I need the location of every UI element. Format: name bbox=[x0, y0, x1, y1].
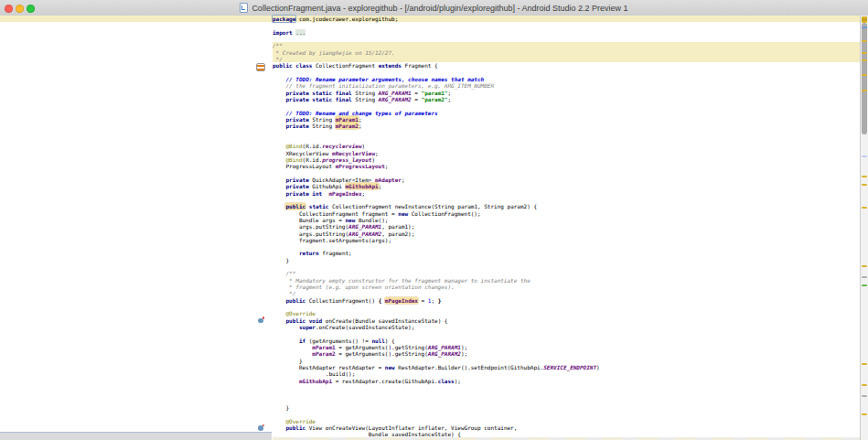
code-line-60[interactable] bbox=[0, 411, 861, 417]
stripe-mark-paleblue[interactable] bbox=[862, 156, 868, 157]
code-line-39[interactable]: /** bbox=[0, 270, 861, 276]
code-line-34[interactable]: fragment.setArguments(args); bbox=[0, 237, 861, 243]
code-line-27[interactable]: private int mPageIndex; bbox=[0, 190, 861, 197]
stripe-mark-yellow[interactable] bbox=[862, 265, 868, 267]
code-line-11[interactable]: // the fragment initialization parameter… bbox=[0, 82, 861, 89]
code-line-49[interactable]: if (getArguments() != null) { bbox=[0, 338, 861, 344]
code-line-9[interactable] bbox=[0, 70, 861, 76]
code-segment: ; bbox=[402, 177, 405, 183]
stripe-mark-yellow[interactable] bbox=[862, 207, 868, 209]
code-segment: @Override bbox=[285, 418, 316, 424]
code-line-53[interactable]: RestAdapter restAdapter = new RestAdapte… bbox=[0, 364, 861, 370]
code-line-14[interactable] bbox=[0, 102, 861, 109]
code-line-8[interactable]: public class CollectionFragment extends … bbox=[0, 62, 861, 69]
code-line-50[interactable]: mParam1 = getArguments().getString(ARG_P… bbox=[0, 344, 861, 350]
code-text: return fragment; bbox=[0, 250, 861, 256]
code-line-62[interactable]: public View onCreateView(LayoutInflater … bbox=[0, 424, 861, 431]
code-line-15[interactable]: // TODO: Rename and change types of para… bbox=[0, 110, 861, 116]
code-line-25[interactable]: private QuickAdapter<Item> mAdapter; bbox=[0, 177, 861, 183]
code-line-6[interactable]: * Created by jianghejie on 15/12/27. bbox=[0, 49, 861, 56]
code-text: import ... bbox=[0, 29, 861, 36]
code-segment: package bbox=[273, 16, 295, 22]
stripe-mark-yellow[interactable] bbox=[862, 384, 868, 386]
code-line-59[interactable]: } bbox=[0, 404, 861, 411]
code-line-1[interactable]: package com.jcodecraeer.exploregithub; bbox=[0, 16, 861, 22]
code-line-41[interactable]: * fragment (e.g. upon screen orientation… bbox=[0, 284, 861, 290]
code-line-57[interactable] bbox=[0, 391, 861, 397]
code-line-19[interactable] bbox=[0, 136, 861, 143]
code-line-52[interactable]: } bbox=[0, 358, 861, 364]
code-editor[interactable]: package com.jcodecraeer.exploregithub;im… bbox=[0, 16, 868, 440]
code-line-24[interactable] bbox=[0, 170, 861, 177]
code-line-32[interactable]: args.putString(ARG_PARAM1, param1); bbox=[0, 223, 861, 230]
stripe-mark-yellow[interactable] bbox=[862, 16, 868, 18]
code-segment: ARG_PARAM2 bbox=[379, 96, 412, 102]
code-line-56[interactable] bbox=[0, 384, 861, 391]
code-line-42[interactable]: */ bbox=[0, 290, 861, 296]
code-text: @Override bbox=[0, 310, 861, 317]
close-button[interactable] bbox=[5, 5, 13, 13]
stripe-mark-yellow[interactable] bbox=[862, 40, 868, 42]
code-line-3[interactable]: import ... bbox=[0, 29, 861, 36]
code-line-54[interactable]: .build(); bbox=[0, 370, 861, 377]
stripe-mark-yellow[interactable] bbox=[862, 21, 868, 23]
code-line-10[interactable]: // TODO: Rename parameter arguments, cho… bbox=[0, 76, 861, 82]
code-text: private String mParam1; bbox=[0, 116, 861, 123]
code-line-45[interactable]: @Override bbox=[0, 310, 861, 317]
code-line-36[interactable]: return fragment; bbox=[0, 250, 861, 256]
code-segment: } bbox=[273, 358, 303, 364]
code-line-23[interactable]: ProgressLayout mProgressLayout; bbox=[0, 163, 861, 169]
error-stripe[interactable] bbox=[860, 16, 868, 440]
code-line-2[interactable] bbox=[0, 22, 861, 28]
code-line-35[interactable] bbox=[0, 243, 861, 250]
stripe-mark-yellow[interactable] bbox=[862, 413, 868, 415]
stripe-mark-yellow[interactable] bbox=[862, 52, 868, 54]
code-line-13[interactable]: private static final String ARG_PARAM2 =… bbox=[0, 96, 861, 102]
code-segment: com.jcodecraeer.exploregithub; bbox=[295, 16, 398, 22]
code-line-16[interactable]: private String mParam1; bbox=[0, 116, 861, 123]
stripe-mark-yellow[interactable] bbox=[862, 59, 868, 61]
code-line-18[interactable] bbox=[0, 130, 861, 136]
code-line-5[interactable]: /** bbox=[0, 42, 861, 48]
code-line-61[interactable]: @Override bbox=[0, 418, 861, 424]
stripe-mark-blue[interactable] bbox=[862, 27, 868, 28]
code-segment: // TODO: Rename and change types of para… bbox=[285, 110, 437, 116]
code-line-4[interactable] bbox=[0, 36, 861, 42]
code-line-37[interactable]: } bbox=[0, 257, 861, 263]
code-line-48[interactable] bbox=[0, 330, 861, 337]
code-text: // TODO: Rename parameter arguments, cho… bbox=[0, 76, 861, 82]
code-segment: ) { bbox=[385, 338, 395, 344]
stripe-mark-green[interactable] bbox=[862, 284, 868, 286]
stripe-mark-yellow[interactable] bbox=[862, 74, 868, 76]
code-line-40[interactable]: * Mandatory empty constructor for the fr… bbox=[0, 277, 861, 284]
code-line-47[interactable]: super.onCreate(savedInstanceState); bbox=[0, 324, 861, 330]
code-segment: Bundle args = bbox=[273, 217, 345, 223]
code-line-21[interactable]: XRecyclerView mRecyclerView; bbox=[0, 150, 861, 156]
code-line-26[interactable]: private GithubApi mGithubApi; bbox=[0, 183, 861, 189]
code-line-12[interactable]: private static final String ARG_PARAM1 =… bbox=[0, 90, 861, 96]
code-line-58[interactable] bbox=[0, 398, 861, 404]
minimize-button[interactable] bbox=[16, 5, 24, 13]
code-line-33[interactable]: args.putString(ARG_PARAM2, param2); bbox=[0, 231, 861, 237]
code-line-29[interactable]: public static CollectionFragment newInst… bbox=[0, 203, 861, 209]
code-line-20[interactable]: @Bind(R.id.recyclerview) bbox=[0, 143, 861, 149]
code-line-30[interactable]: CollectionFragment fragment = new Collec… bbox=[0, 210, 861, 217]
code-line-31[interactable]: Bundle args = new Bundle(); bbox=[0, 217, 861, 223]
stripe-mark-gray[interactable] bbox=[862, 395, 868, 397]
code-line-51[interactable]: mParam2 = getArguments().getString(ARG_P… bbox=[0, 350, 861, 357]
stripe-mark-yellow[interactable] bbox=[862, 90, 868, 91]
code-segment bbox=[273, 270, 285, 276]
code-line-38[interactable] bbox=[0, 263, 861, 270]
code-line-43[interactable]: public CollectionFragment() { mPageIndex… bbox=[0, 297, 861, 304]
stripe-mark-yellow[interactable] bbox=[862, 176, 868, 177]
stripe-mark-yellow[interactable] bbox=[862, 184, 868, 186]
stripe-mark-yellow[interactable] bbox=[862, 363, 868, 365]
code-line-7[interactable]: */ bbox=[0, 56, 861, 62]
code-line-46[interactable]: public void onCreate(Bundle savedInstanc… bbox=[0, 317, 861, 324]
code-line-17[interactable]: private String mParam2; bbox=[0, 123, 861, 129]
stripe-mark-gray[interactable] bbox=[862, 276, 868, 278]
code-line-55[interactable]: mGithubApi = restAdapter.create(GithubAp… bbox=[0, 378, 861, 384]
code-line-22[interactable]: @Bind(R.id.progress_layout) bbox=[0, 156, 861, 163]
zoom-button[interactable] bbox=[27, 5, 35, 13]
code-line-44[interactable] bbox=[0, 304, 861, 310]
